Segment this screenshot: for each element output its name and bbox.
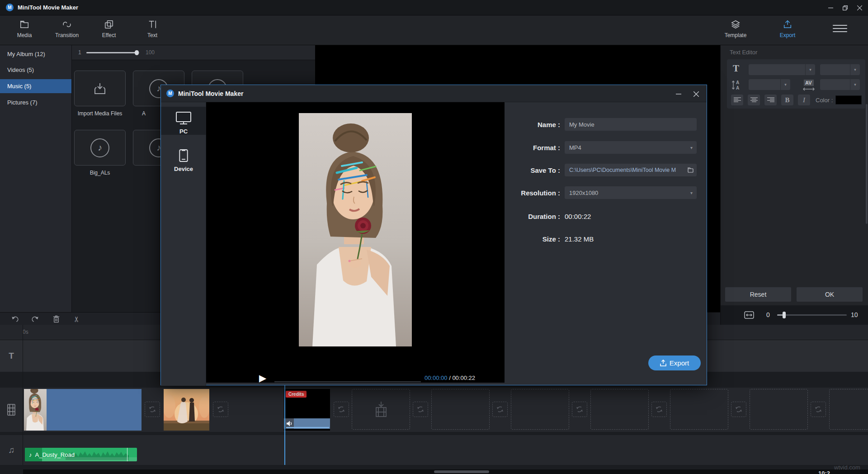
dialog-minimize-button[interactable]	[672, 89, 685, 100]
field-label: Duration :	[468, 213, 560, 220]
media-placeholder-slot[interactable]	[352, 389, 410, 430]
minimize-button[interactable]	[823, 0, 838, 15]
scrollbar-thumb[interactable]	[434, 470, 489, 473]
toolbar-item-media[interactable]: Media	[7, 19, 42, 38]
play-button[interactable]: ▶	[256, 371, 269, 385]
delete-button[interactable]	[50, 314, 62, 324]
panel-scrollbar[interactable]	[866, 104, 868, 224]
letter-spacing-select[interactable]: ▾	[820, 79, 860, 90]
total-time: 00:00:22	[452, 374, 475, 381]
align-right-icon	[767, 97, 774, 103]
menu-button[interactable]	[833, 23, 847, 34]
export-button[interactable]: Export	[648, 356, 701, 370]
undo-icon	[11, 315, 19, 323]
svg-text:A: A	[736, 85, 739, 90]
italic-button[interactable]: I	[798, 95, 810, 105]
ok-button[interactable]: OK	[797, 287, 863, 302]
chevron-down-icon: ▾	[780, 79, 790, 90]
restore-button[interactable]	[837, 0, 853, 15]
transition-slot[interactable]	[213, 402, 228, 417]
tab-pc[interactable]: PC	[161, 107, 206, 135]
media-folder-icon	[19, 19, 29, 29]
transition-slot[interactable]	[492, 402, 508, 417]
toolbar-item-transition[interactable]: Transition	[50, 19, 84, 38]
font-controls: T ▾ ▾ AA ▾ AV ▾ B I Color :	[727, 59, 865, 109]
size-value: 21.32 MB	[565, 235, 697, 243]
video-clip-thumbnail[interactable]	[24, 389, 47, 431]
align-center-button[interactable]	[748, 95, 760, 105]
transition-slot[interactable]	[811, 402, 826, 417]
empty-clip-slot[interactable]	[829, 389, 868, 430]
music-clip-label: A_Dusty_Road	[35, 451, 75, 458]
transition-slot[interactable]	[413, 402, 428, 417]
empty-clip-slot[interactable]	[431, 389, 490, 430]
sidebar-item-music[interactable]: Music (5)	[0, 79, 71, 93]
empty-clip-slot[interactable]	[670, 389, 728, 430]
panel-title: Text Editor	[730, 49, 757, 56]
browse-folder-icon[interactable]	[688, 167, 693, 173]
thumbnail-zoom-bar: 1 100	[72, 45, 316, 60]
watermark: wtvid.com	[834, 464, 860, 471]
line-spacing-select[interactable]: ▾	[749, 79, 790, 90]
dialog-close-button[interactable]	[690, 89, 703, 100]
split-button[interactable]: ✂	[71, 314, 83, 324]
transition-slot[interactable]	[145, 402, 160, 417]
align-right-button[interactable]	[764, 95, 777, 105]
format-select[interactable]: MP4 ▾	[565, 141, 697, 154]
align-left-button[interactable]	[731, 95, 743, 105]
toolbar-item-effect[interactable]: Effect	[92, 19, 126, 38]
close-button[interactable]	[852, 0, 867, 15]
preview-photo	[299, 113, 412, 346]
movie-name-input[interactable]	[569, 121, 685, 128]
bold-button[interactable]: B	[781, 95, 793, 105]
undo-button[interactable]	[9, 314, 21, 324]
progress-bar[interactable]	[274, 381, 421, 382]
fit-timeline-icon[interactable]	[744, 311, 754, 319]
toolbar-item-template[interactable]: Template	[718, 19, 753, 38]
toolbar-item-export[interactable]: Export	[770, 19, 805, 38]
dialog-titlebar[interactable]: M MiniTool Movie Maker	[161, 85, 707, 102]
slider-fill	[86, 52, 137, 53]
font-family-select[interactable]: ▾	[749, 64, 815, 75]
font-size-select[interactable]: ▾	[820, 64, 860, 75]
transition-slot[interactable]	[334, 402, 349, 417]
empty-clip-slot[interactable]	[590, 389, 649, 430]
sidebar-item-videos[interactable]: Videos (5)	[0, 63, 71, 77]
redo-button[interactable]	[29, 314, 41, 324]
import-media-card[interactable]	[74, 71, 126, 106]
toolbar-item-text[interactable]: Text	[135, 19, 170, 38]
field-label: Name :	[468, 121, 560, 128]
credits-badge: Credits	[286, 391, 307, 398]
slider-thumb[interactable]	[135, 50, 139, 55]
clip-divider	[127, 448, 127, 461]
timeline-zoom-bar: 0 10	[720, 305, 868, 325]
app-logo-icon: M	[6, 4, 14, 11]
tab-device[interactable]: Device	[161, 144, 206, 172]
music-clip[interactable]: ♪ A_Dusty_Road	[25, 448, 137, 461]
reset-button[interactable]: Reset	[725, 287, 791, 302]
slider-thumb[interactable]	[783, 312, 786, 318]
resolution-select[interactable]: 1920x1080 ▾	[565, 186, 697, 199]
video-clip-thumbnail[interactable]	[164, 389, 209, 431]
duration-row: Duration : 00:00:22	[468, 210, 703, 223]
minimize-icon	[828, 5, 833, 10]
credits-clip[interactable]: Credits	[284, 389, 330, 431]
sidebar-item-my-album[interactable]: My Album (12)	[0, 47, 71, 61]
movie-name-field[interactable]	[565, 118, 697, 131]
chevron-down-icon: ▾	[690, 190, 693, 195]
transition-slot[interactable]	[572, 402, 587, 417]
music-track-icon: ♫	[0, 435, 23, 465]
media-card[interactable]: ♪	[74, 130, 126, 166]
save-to-field[interactable]: C:\Users\PC\Documents\MiniTool Movie M	[565, 164, 697, 176]
selected-clip-region[interactable]	[47, 389, 142, 431]
transition-icon	[62, 19, 72, 29]
sidebar-item-pictures[interactable]: Pictures (7)	[0, 95, 71, 109]
transition-slot[interactable]	[651, 402, 667, 417]
empty-clip-slot[interactable]	[750, 389, 808, 430]
empty-clip-slot[interactable]	[511, 389, 569, 430]
transition-slot[interactable]	[731, 402, 746, 417]
timeline-scrollbar[interactable]	[23, 469, 868, 474]
color-swatch[interactable]	[835, 95, 862, 104]
restore-icon	[843, 5, 848, 10]
timeline-zoom-slider[interactable]	[777, 314, 847, 316]
